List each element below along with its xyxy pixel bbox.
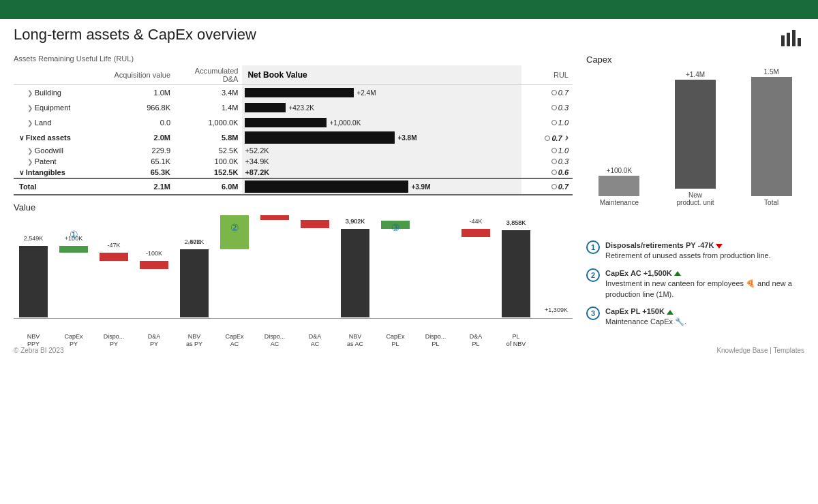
waterfall-col: -100K <box>295 215 335 317</box>
wf-bar <box>502 230 530 317</box>
wf-label <box>536 333 573 348</box>
wf-label: Dispo...PY <box>94 333 134 348</box>
col-header-dna: Accumulated D&A <box>175 65 242 85</box>
annotation-number: 2 <box>586 268 600 282</box>
annotations: 1Disposals/retirements PY -47KRetirement… <box>586 240 804 328</box>
assets-table: Acquisition value Accumulated D&A Net Bo… <box>14 65 573 195</box>
col-header-rul: RUL <box>521 65 573 85</box>
annotation-text: Disposals/retirements PY -47KRetirement … <box>605 240 771 262</box>
annotation-text: CapEx AC +1,500KInvestment in new cantee… <box>605 268 804 300</box>
capex-bar-label: Maintenance <box>600 199 639 206</box>
table-section: Assets Remaining Useful Life (RUL) Acqui… <box>14 54 573 195</box>
wf-bar <box>301 220 329 228</box>
wf-bar <box>341 229 369 317</box>
wf-bar <box>461 229 490 237</box>
annotation-number: 3 <box>586 306 600 320</box>
wf-label: CapExAC <box>215 333 254 348</box>
capex-bar-label: Newproduct. unit <box>676 191 714 206</box>
wf-bar <box>260 215 289 220</box>
wf-bar <box>59 246 88 253</box>
capex-bar-group: +100.0KMaintenance <box>586 167 652 206</box>
waterfall-col: -100K <box>134 215 174 317</box>
waterfall-chart: 2,549K+100K①-47K-100K-47K2,502K+1,500K②0… <box>14 215 573 351</box>
capex-bar-group: +1.4MNewproduct. unit <box>663 71 729 206</box>
top-bar <box>0 0 818 19</box>
wf-bar <box>140 261 168 269</box>
waterfall-col: +150K③ <box>376 215 415 317</box>
capex-title: Capex <box>586 54 804 65</box>
section-label: Assets Remaining Useful Life (RUL) <box>14 54 573 63</box>
annotation-number: 1 <box>586 240 600 254</box>
waterfall-col: -47K2,502K <box>175 215 214 317</box>
capex-bar-label: Total <box>764 199 778 206</box>
wf-label: NBVas AC <box>335 333 375 348</box>
wf-label: NBVas PY <box>175 333 214 348</box>
wf-label: Dispo...PL <box>416 333 455 348</box>
wf-label: D&AAC <box>295 333 335 348</box>
annotation-item: 2CapEx AC +1,500KInvestment in new cante… <box>586 268 804 300</box>
svg-rect-2 <box>792 30 796 46</box>
waterfall-col: +1,309K <box>536 215 573 317</box>
waterfall-col: 2,549K <box>14 215 53 317</box>
wf-label: CapExPL <box>376 333 415 348</box>
wf-bar <box>100 253 128 261</box>
waterfall-col: 0K <box>416 215 455 317</box>
capex-section: Capex +100.0KMaintenance+1.4MNewproduct.… <box>586 54 804 234</box>
svg-rect-0 <box>781 35 785 46</box>
annotation-item: 3CapEx PL +150KMaintenance CapEx 🔧. <box>586 306 804 328</box>
capex-bar <box>675 80 716 189</box>
waterfall-col: +1,500K② <box>215 215 254 317</box>
wf-bar <box>180 249 209 317</box>
right-panel: Capex +100.0KMaintenance+1.4MNewproduct.… <box>586 54 804 351</box>
wf-label: PLof NBV <box>496 333 536 348</box>
capex-bar <box>751 77 792 196</box>
waterfall-col: 0K <box>255 215 294 317</box>
footer-links: Knowledge Base | Templates <box>716 347 804 354</box>
value-title: Value <box>14 202 573 212</box>
wf-label: CapExPY <box>54 333 93 348</box>
page-title: Long-term assets & CapEx overview <box>14 26 256 44</box>
col-header-acq: Acquisition value <box>107 65 175 85</box>
capex-bar <box>599 176 639 196</box>
waterfall-col: 3,858K3,858K <box>496 215 536 317</box>
wf-label: D&APY <box>134 333 174 348</box>
waterfall-col: -47K <box>94 215 134 317</box>
col-header-name <box>14 65 107 85</box>
app-icon <box>780 29 804 50</box>
copyright: © Zebra BI 2023 <box>14 347 64 354</box>
footer: © Zebra BI 2023 Knowledge Base | Templat… <box>14 347 804 354</box>
waterfall-col: +100K① <box>54 215 93 317</box>
wf-label: NBVPPY <box>14 333 53 348</box>
value-section: Value 2,549K+100K①-47K-100K-47K2,502K+1,… <box>14 202 573 351</box>
wf-label: Dispo...AC <box>255 333 294 348</box>
svg-rect-1 <box>787 33 790 46</box>
wf-label: D&APL <box>456 333 496 348</box>
capex-chart: +100.0KMaintenance+1.4MNewproduct. unit1… <box>586 70 804 234</box>
annotation-item: 1Disposals/retirements PY -47KRetirement… <box>586 240 804 262</box>
annotation-text: CapEx PL +150KMaintenance CapEx 🔧. <box>605 306 686 328</box>
col-header-nbv: Net Book Value <box>242 65 521 85</box>
waterfall-col: 3,902K3,902K <box>335 215 375 317</box>
capex-bar-group: 1.5MTotal <box>738 68 804 206</box>
wf-bar <box>19 246 48 317</box>
svg-rect-3 <box>798 38 801 46</box>
waterfall-col: -44K <box>456 215 496 317</box>
